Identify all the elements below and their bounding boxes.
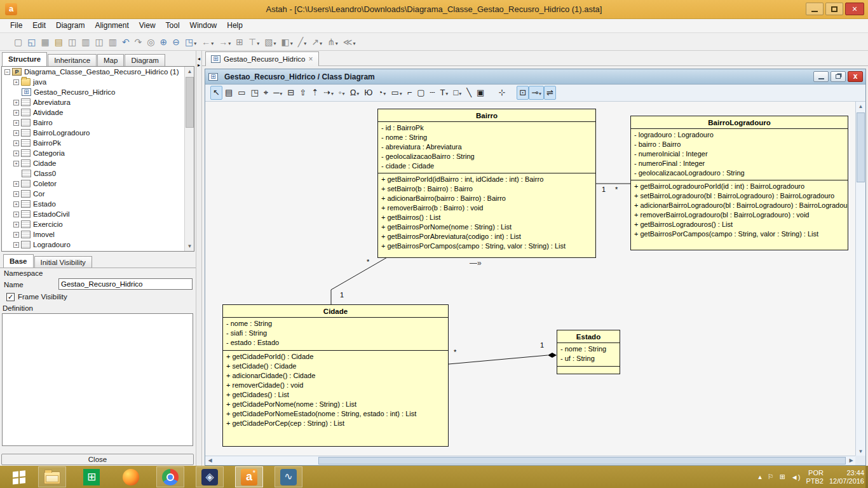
tab-structure[interactable]: Structure	[2, 52, 47, 66]
tree-expander-icon[interactable]: +	[13, 151, 19, 156]
undo-button[interactable]: ↶	[119, 34, 132, 50]
image-tool[interactable]: ▣	[474, 86, 487, 100]
open-file-button[interactable]: ◱	[25, 34, 38, 50]
scroll-down-icon[interactable]: ▼	[856, 447, 865, 456]
tree-item-abreviatura[interactable]: +Abreviatura	[2, 97, 194, 107]
tree-expander-icon[interactable]: +	[13, 222, 19, 227]
name-input[interactable]	[58, 278, 193, 290]
point-mode-button[interactable]: ⊡	[517, 86, 529, 100]
tree-expander-icon[interactable]: +	[13, 120, 19, 126]
tree-scrollbar-thumb[interactable]	[186, 77, 194, 128]
text-tool[interactable]: T▾	[437, 86, 451, 100]
diagram-restore-button[interactable]	[831, 71, 846, 82]
menu-item-view[interactable]: View	[134, 19, 161, 32]
panel-splitter[interactable]: ◂ ▸	[196, 51, 202, 466]
tree-item-imovel[interactable]: +Imovel	[2, 229, 194, 240]
dropdown-arrow-icon[interactable]: ▾	[280, 91, 282, 97]
close-button[interactable]: ×	[845, 3, 864, 15]
note-tool[interactable]: ▭▾	[388, 86, 404, 100]
adjust-mode-button[interactable]: ⇌	[544, 86, 556, 100]
tree-item-categoria[interactable]: +Categoria	[2, 148, 194, 158]
fork-button[interactable]: ⋔▾	[325, 34, 341, 50]
vertical-scrollbar[interactable]: ▲ ▼	[855, 102, 865, 456]
scroll-down-icon[interactable]: ▼	[185, 241, 194, 251]
required-interface-tool[interactable]: Ю	[362, 86, 375, 100]
redo-button[interactable]: ↷	[132, 34, 145, 50]
copy-button[interactable]: ◫	[65, 34, 79, 50]
clock[interactable]: 23:44 12/07/2016	[829, 469, 864, 485]
dropdown-arrow-icon[interactable]: ▾	[331, 91, 334, 97]
draw-line-mode-button[interactable]: ⊸▾	[529, 86, 544, 100]
property-tab-initial-visibility[interactable]: Initial Visibility	[34, 256, 92, 268]
show-desktop-button[interactable]	[865, 466, 868, 488]
fill-color-button[interactable]: ◧▾	[279, 34, 295, 50]
provided-interface-tool[interactable]: Ω▾	[348, 86, 362, 100]
tree-item-exercicio[interactable]: +Exercicio	[2, 219, 194, 229]
tree-item-java[interactable]: +java	[2, 77, 194, 87]
start-button[interactable]	[5, 466, 33, 487]
back-button[interactable]: ←▾	[199, 34, 216, 50]
usage-tool[interactable]: ◔▾	[376, 86, 389, 100]
composition-cidade-estado[interactable]	[449, 355, 548, 364]
minimize-button[interactable]	[806, 3, 824, 15]
tree-item-coletor[interactable]: +Coletor	[2, 179, 194, 189]
dropdown-arrow-icon[interactable]: ▾	[320, 41, 322, 46]
property-tab-base[interactable]: Base	[3, 254, 34, 268]
paste-style-button[interactable]: ▥	[106, 34, 119, 50]
dropdown-arrow-icon[interactable]: ▾	[194, 41, 196, 46]
copy-style-button[interactable]: ◫	[92, 34, 105, 50]
stereotype-button[interactable]: ≪▾	[341, 34, 358, 50]
tab-map[interactable]: Map	[97, 54, 124, 66]
dropdown-arrow-icon[interactable]: ▾	[353, 41, 355, 46]
frame-visibility-checkbox[interactable]: ✓	[6, 293, 15, 301]
class-box-cidade[interactable]: Cidade - nome : String- siafi : String- …	[222, 304, 449, 447]
taskbar-file-explorer[interactable]	[38, 466, 66, 487]
dropdown-arrow-icon[interactable]: ▾	[336, 41, 338, 46]
tab-diagram[interactable]: Diagram	[125, 54, 165, 66]
tree-item-diagrama-classe-gestao-recusro-hidrico-1-[interactable]: −PDiagrama_Classe_Gestao_Recusro_Hidrico…	[2, 67, 194, 77]
association-tool[interactable]: ─▾	[271, 86, 285, 100]
tree-scrollbar[interactable]: ▲ ▼	[184, 67, 194, 251]
rounded-rect-tool[interactable]: ▢	[414, 86, 427, 100]
tree-expander-icon[interactable]: +	[13, 232, 19, 238]
menu-item-help[interactable]: Help	[222, 19, 248, 32]
diagram-canvas[interactable]: 1 * * 1 * 1 —» Bairro - id : BairroPk- n…	[205, 102, 856, 456]
package-tool[interactable]: ▭	[235, 86, 248, 100]
tree-item-cidade[interactable]: +Cidade	[2, 158, 194, 168]
vertical-scrollbar-thumb[interactable]	[857, 112, 865, 182]
menu-item-tool[interactable]: Tool	[161, 19, 185, 32]
align-top-button[interactable]: ⊤▾	[246, 34, 262, 50]
dependency-tool[interactable]: ⇢▾	[321, 86, 336, 100]
tree-expander-icon[interactable]: +	[13, 100, 19, 105]
taskbar-astah[interactable]	[235, 466, 263, 487]
dropdown-arrow-icon[interactable]: ▾	[383, 91, 386, 97]
taskbar-firefox[interactable]	[117, 466, 145, 487]
action-center-button[interactable]: ⚐	[768, 473, 774, 481]
diagram-map-button[interactable]: ⊞	[233, 34, 246, 50]
diagram-minimize-button[interactable]	[813, 71, 829, 82]
tree-item-atividade[interactable]: +Atividade	[2, 107, 194, 118]
tree-expander-icon[interactable]: +	[13, 140, 19, 146]
instance-tool[interactable]: ◦▾	[336, 86, 348, 100]
menu-item-file[interactable]: File	[5, 19, 27, 32]
dropdown-arrow-icon[interactable]: ▾	[257, 41, 259, 46]
subsystem-tool[interactable]: ◳	[248, 86, 261, 100]
zoom-in-button[interactable]: ⊕	[158, 34, 170, 50]
taskbar-virtualbox[interactable]	[196, 466, 224, 487]
tab-inheritance[interactable]: Inheritance	[48, 54, 97, 66]
tree-item-estado[interactable]: +Estado	[2, 199, 194, 209]
line-tool[interactable]: ╲	[464, 86, 474, 100]
dropdown-arrow-icon[interactable]: ▾	[539, 91, 541, 97]
maximize-button[interactable]	[825, 3, 843, 15]
layer-button[interactable]: ▧▾	[262, 34, 278, 50]
menu-item-diagram[interactable]: Diagram	[51, 19, 90, 32]
tree-item-estadocivil[interactable]: +EstadoCivil	[2, 209, 194, 219]
tree-expander-icon[interactable]: +	[13, 181, 19, 187]
dropdown-arrow-icon[interactable]: ▾	[445, 91, 448, 97]
taskbar-mysql-workbench[interactable]	[275, 466, 302, 487]
dropdown-arrow-icon[interactable]: ▾	[459, 91, 461, 97]
dropdown-arrow-icon[interactable]: ▾	[304, 41, 306, 46]
tree-item-bairrologradouro[interactable]: +BairroLogradouro	[2, 128, 194, 138]
realization-tool[interactable]: ⇡	[309, 86, 321, 100]
tree-item-class0[interactable]: Class0	[2, 168, 194, 179]
